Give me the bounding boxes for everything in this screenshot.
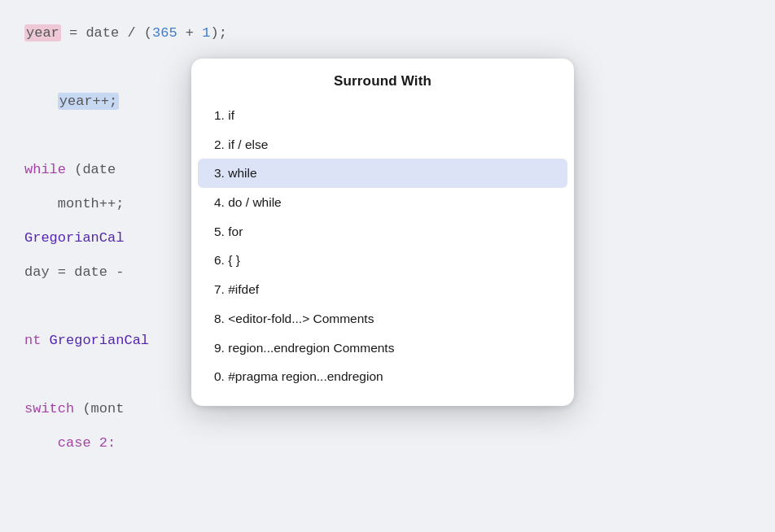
popup-item-while[interactable]: 3. while (198, 159, 567, 188)
surround-with-popup: Surround With 1. if2. if / else3. while4… (191, 59, 574, 406)
popup-item-#ifdef[interactable]: 7. #ifdef (191, 275, 574, 304)
popup-item-<editor-fold...>-comments[interactable]: 8. <editor-fold...> Comments (191, 304, 574, 334)
popup-item-if-/-else[interactable]: 2. if / else (191, 130, 574, 159)
popup-item-#pragma-region...endregion[interactable]: 0. #pragma region...endregion (191, 362, 574, 391)
popup-item-do-/-while[interactable]: 4. do / while (191, 188, 574, 217)
popup-title: Surround With (191, 73, 574, 89)
popup-item-if[interactable]: 1. if (191, 101, 574, 130)
popup-item-region...endregion-comments[interactable]: 9. region...endregion Comments (191, 334, 574, 363)
popup-list: 1. if2. if / else3. while4. do / while5.… (191, 101, 574, 391)
popup-item-for[interactable]: 5. for (191, 217, 574, 246)
popup-item-{-}[interactable]: 6. { } (191, 246, 574, 275)
